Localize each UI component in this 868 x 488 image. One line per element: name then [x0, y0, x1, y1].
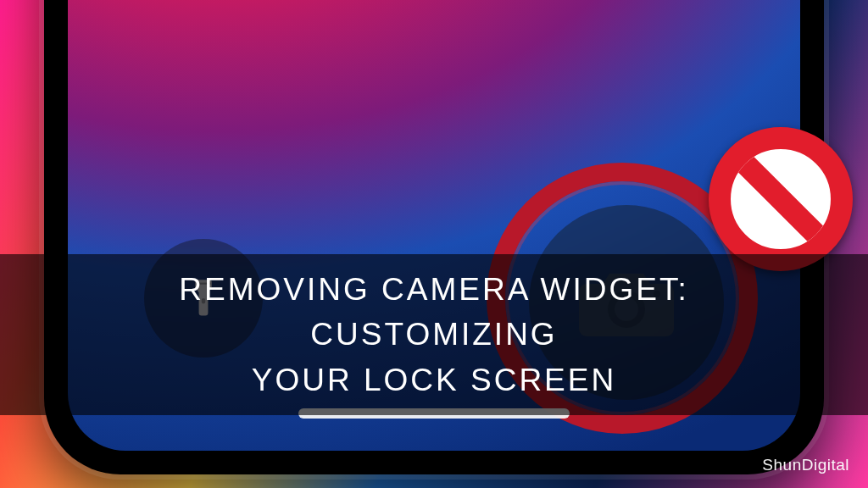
caption-title: REMOVING CAMERA WIDGET: CUSTOMIZING YOUR… [51, 267, 817, 403]
watermark: ShunDigital [762, 456, 849, 474]
caption-overlay: REMOVING CAMERA WIDGET: CUSTOMIZING YOUR… [0, 254, 868, 415]
caption-line-2: YOUR LOCK SCREEN [252, 363, 616, 397]
prohibit-icon [709, 127, 853, 271]
caption-line-1: REMOVING CAMERA WIDGET: CUSTOMIZING [179, 272, 688, 352]
hero-graphic: REMOVING CAMERA WIDGET: CUSTOMIZING YOUR… [0, 0, 868, 488]
